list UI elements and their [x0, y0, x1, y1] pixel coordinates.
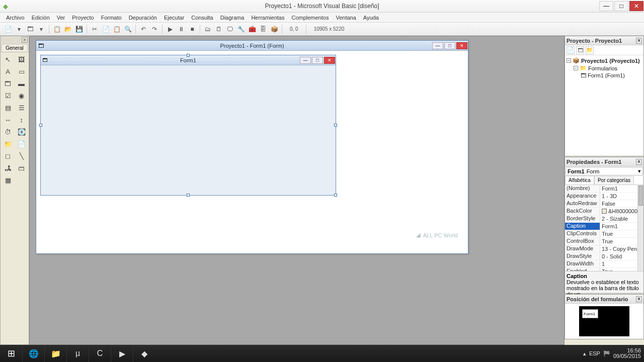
property-row[interactable]: CaptionForm1 [565, 223, 643, 230]
cut-icon[interactable]: ✂ [90, 24, 100, 34]
properties-grid[interactable]: (Nombre)Form1Appearance1 - 3DAutoRedrawF… [565, 185, 643, 271]
stop-icon[interactable]: ■ [187, 24, 197, 34]
drivelistbox-icon[interactable]: 💽 [15, 126, 28, 137]
menu-archivo[interactable]: Archivo [3, 14, 28, 22]
copy-icon[interactable]: 📄 [101, 24, 111, 34]
add-form-icon[interactable]: 🗔 [25, 24, 35, 34]
dirlistbox-icon[interactable]: 📁 [2, 138, 14, 149]
optionbutton-icon[interactable]: ◉ [15, 90, 28, 101]
object-browser-icon[interactable]: 🔧 [236, 24, 246, 34]
menu-edicion[interactable]: Edición [29, 14, 53, 22]
taskbar-explorer-icon[interactable]: 📁 [44, 345, 66, 362]
resize-handle[interactable] [187, 194, 190, 197]
scrollbar-thumb[interactable] [638, 186, 643, 206]
menu-formato[interactable]: Formato [98, 14, 125, 22]
minimize-button[interactable]: — [599, 1, 613, 11]
ole-icon[interactable]: ▦ [2, 174, 14, 186]
start-button[interactable]: ⊞ [0, 345, 22, 362]
resize-handle[interactable] [187, 54, 190, 57]
checkbox-icon[interactable]: ☑ [2, 90, 14, 101]
menu-ayuda[interactable]: Ayuda [360, 14, 382, 22]
expand-icon[interactable]: − [567, 58, 571, 63]
toolbox-icon[interactable]: 🧰 [247, 24, 257, 34]
close-button[interactable]: ✕ [629, 1, 643, 11]
label-icon[interactable]: A [2, 66, 14, 77]
layout-screen[interactable]: Form1 [579, 306, 629, 336]
toolbox-close-icon[interactable]: × [22, 37, 28, 43]
properties-icon[interactable]: 🗒 [214, 24, 224, 34]
taskbar-app-icon[interactable]: C [89, 345, 111, 362]
data-view-icon[interactable]: 🗄 [258, 24, 268, 34]
toolbox-tab-general[interactable]: General [1, 44, 28, 52]
property-row[interactable]: DrawStyle0 - Solid [565, 253, 643, 260]
commandbutton-icon[interactable]: ▬ [15, 78, 28, 89]
panel-close-icon[interactable]: × [636, 296, 642, 302]
pointer-icon[interactable]: ↖ [2, 54, 14, 65]
dropdown-icon[interactable]: ▾ [36, 24, 46, 34]
project-explorer-icon[interactable]: 🗂 [203, 24, 213, 34]
property-row[interactable]: BackColor&H8000000F [565, 208, 643, 215]
resize-handle[interactable] [39, 124, 42, 127]
properties-object-combo[interactable]: Form1Form ▾ [566, 167, 643, 175]
timer-icon[interactable]: ⏱ [2, 126, 14, 137]
taskbar-vb-icon[interactable]: ◆ [133, 345, 155, 362]
data-icon[interactable]: 🗃 [15, 162, 28, 173]
hscrollbar-icon[interactable]: ↔ [2, 114, 14, 125]
tray-clock[interactable]: 16:56 09/05/2015 [613, 348, 641, 359]
property-row[interactable]: (Nombre)Form1 [565, 185, 643, 193]
menu-diagrama[interactable]: Diagrama [217, 14, 248, 22]
property-row[interactable]: DrawMode13 - Copy Pen [565, 245, 643, 253]
property-row[interactable]: EnabledTrue [565, 268, 643, 271]
line-icon[interactable]: ╲ [15, 150, 28, 161]
save-icon[interactable]: 💾 [74, 24, 84, 34]
textbox-icon[interactable]: ▭ [15, 66, 28, 77]
menu-editor-icon[interactable]: 📋 [52, 24, 62, 34]
layout-form-mini[interactable]: Form1 [582, 309, 598, 318]
menu-depuracion[interactable]: Depuración [126, 14, 160, 22]
designer-close-button[interactable]: ✕ [456, 42, 467, 49]
project-tree[interactable]: −📦Proyecto1 (Proyecto1) −📁Formularios 🗔F… [565, 55, 643, 80]
listbox-icon[interactable]: ☰ [15, 102, 28, 113]
image-icon[interactable]: 🏞 [2, 162, 14, 173]
dropdown-icon[interactable]: ▾ [14, 24, 24, 34]
property-row[interactable]: BorderStyle2 - Sizable [565, 215, 643, 223]
taskbar-utorrent-icon[interactable]: µ [66, 345, 89, 362]
designer-window[interactable]: 🗔 Proyecto1 - Form1 (Form) — □ ✕ 🗔 Form1… [36, 40, 468, 254]
resize-handle[interactable] [334, 194, 337, 197]
shape-icon[interactable]: ◻ [2, 150, 14, 161]
picturebox-icon[interactable]: 🖼 [15, 54, 28, 65]
property-row[interactable]: DrawWidth1 [565, 260, 643, 268]
pause-icon[interactable]: ⏸ [176, 24, 186, 34]
property-row[interactable]: AutoRedrawFalse [565, 200, 643, 208]
menu-ver[interactable]: Ver [54, 14, 68, 22]
panel-close-icon[interactable]: × [636, 38, 642, 44]
undo-icon[interactable]: ↶ [138, 24, 148, 34]
tab-alphabetic[interactable]: Alfabética [565, 176, 594, 185]
vscrollbar-icon[interactable]: ↕ [15, 114, 28, 125]
tray-flag-icon[interactable]: 🏁 [603, 350, 610, 357]
resize-handle[interactable] [334, 124, 337, 127]
menu-ejecutar[interactable]: Ejecutar [161, 14, 187, 22]
find-icon[interactable]: 🔍 [123, 24, 133, 34]
form-designer[interactable]: 🗔 Form1 — □ ✕ [40, 55, 336, 196]
tab-categorized[interactable]: Por categorías [594, 176, 634, 185]
combobox-icon[interactable]: ▤ [2, 102, 14, 113]
open-icon[interactable]: 📂 [63, 24, 73, 34]
filelistbox-icon[interactable]: 📄 [15, 138, 28, 149]
taskbar-media-icon[interactable]: ▶ [111, 345, 133, 362]
scrollbar[interactable] [637, 185, 643, 271]
menu-herramientas[interactable]: Herramientas [248, 14, 287, 22]
view-object-icon[interactable]: 🗔 [576, 46, 584, 54]
designer-titlebar[interactable]: 🗔 Proyecto1 - Form1 (Form) — □ ✕ [36, 41, 468, 51]
property-row[interactable]: Appearance1 - 3D [565, 193, 643, 200]
property-row[interactable]: ClipControlsTrue [565, 230, 643, 238]
designer-minimize-button[interactable]: — [432, 42, 443, 49]
expand-icon[interactable]: − [574, 66, 578, 70]
maximize-button[interactable]: □ [614, 1, 628, 11]
menu-complementos[interactable]: Complementos [288, 14, 332, 22]
view-code-icon[interactable]: 📄 [567, 46, 575, 54]
menu-ventana[interactable]: Ventana [333, 14, 359, 22]
form-layout-icon[interactable]: 🖵 [225, 24, 235, 34]
panel-close-icon[interactable]: × [636, 159, 642, 165]
property-row[interactable]: ControlBoxTrue [565, 238, 643, 245]
